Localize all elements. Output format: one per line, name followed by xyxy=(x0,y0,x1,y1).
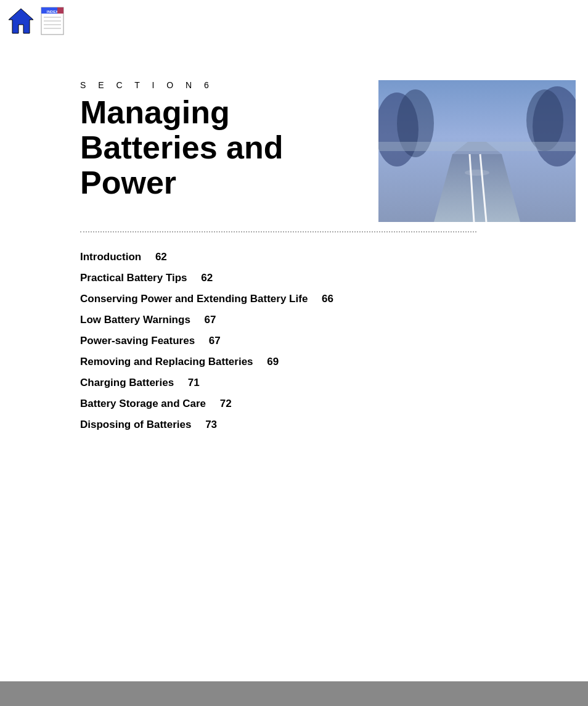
toc-item-page: 62 xyxy=(155,251,167,263)
toc-item-charging-batteries[interactable]: Charging Batteries 71 xyxy=(80,377,576,389)
section-label: S E C T I O N 6 xyxy=(80,80,354,90)
section-header: S E C T I O N 6 Managing Batteries and P… xyxy=(80,80,576,222)
svg-text:INDEX: INDEX xyxy=(47,10,58,14)
toc-item-page: 73 xyxy=(205,419,217,430)
toc-item-practical-battery-tips[interactable]: Practical Battery Tips 62 xyxy=(80,272,576,284)
section-divider xyxy=(80,231,476,232)
toc-item-label: Conserving Power and Extending Battery L… xyxy=(80,293,308,305)
toc-item-page: 67 xyxy=(209,335,221,347)
toc-list: Introduction 62 Practical Battery Tips 6… xyxy=(80,251,576,431)
svg-point-19 xyxy=(465,170,489,176)
toc-item-label: Power-saving Features xyxy=(80,335,195,347)
section-image xyxy=(378,80,576,222)
toc-item-page: 71 xyxy=(188,377,200,388)
toc-item-label: Removing and Replacing Batteries xyxy=(80,356,253,367)
toc-item-disposing-batteries[interactable]: Disposing of Batteries 73 xyxy=(80,419,576,431)
section-text-block: S E C T I O N 6 Managing Batteries and P… xyxy=(80,80,354,201)
index-button[interactable]: INDEX xyxy=(39,6,68,38)
toc-item-label: Charging Batteries xyxy=(80,377,174,388)
toc-item-label: Disposing of Batteries xyxy=(80,419,191,430)
toc-item-page: 62 xyxy=(201,272,213,284)
toc-item-page: 67 xyxy=(205,314,216,326)
toc-item-label: Low Battery Warnings xyxy=(80,314,190,326)
toc-item-label: Battery Storage and Care xyxy=(80,398,206,409)
toc-item-page: 69 xyxy=(267,356,279,367)
home-button[interactable] xyxy=(6,6,36,38)
bottom-bar xyxy=(0,681,588,706)
toc-item-page: 66 xyxy=(322,293,333,305)
svg-marker-0 xyxy=(9,9,33,33)
top-navigation: INDEX xyxy=(6,6,68,38)
svg-rect-18 xyxy=(378,142,576,151)
toc-item-low-battery-warnings[interactable]: Low Battery Warnings 67 xyxy=(80,314,576,326)
main-content: S E C T I O N 6 Managing Batteries and P… xyxy=(80,80,576,440)
toc-item-page: 72 xyxy=(220,398,232,409)
section-title: Managing Batteries and Power xyxy=(80,95,354,201)
toc-item-label: Introduction xyxy=(80,251,141,263)
toc-item-label: Practical Battery Tips xyxy=(80,272,187,284)
toc-item-conserving-power[interactable]: Conserving Power and Extending Battery L… xyxy=(80,293,576,305)
svg-rect-4 xyxy=(57,7,63,14)
toc-item-removing-replacing-batteries[interactable]: Removing and Replacing Batteries 69 xyxy=(80,356,576,368)
toc-item-battery-storage-care[interactable]: Battery Storage and Care 72 xyxy=(80,398,576,410)
toc-item-introduction[interactable]: Introduction 62 xyxy=(80,251,576,263)
toc-item-power-saving-features[interactable]: Power-saving Features 67 xyxy=(80,335,576,347)
